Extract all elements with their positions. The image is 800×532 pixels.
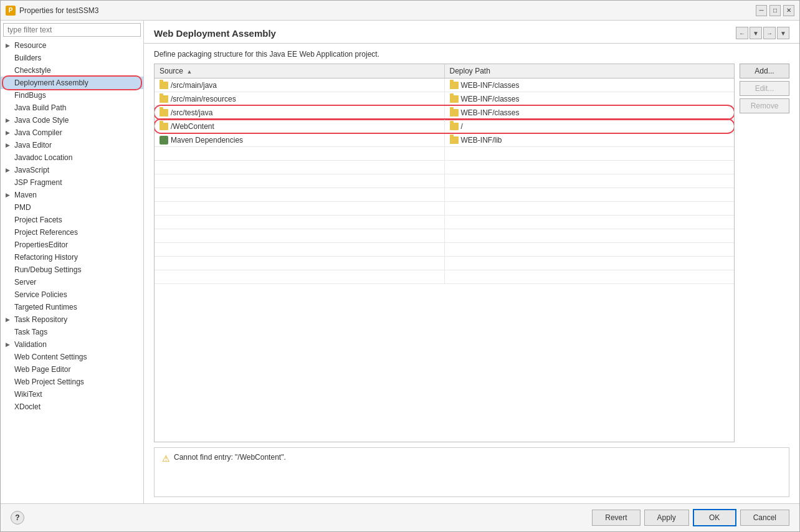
cancel-button[interactable]: Cancel (740, 510, 789, 526)
sidebar-item-java-editor[interactable]: ▶Java Editor (1, 139, 143, 151)
sidebar-item-checkstyle[interactable]: Checkstyle (1, 64, 143, 77)
sidebar-item-label: Web Page Editor (14, 365, 138, 374)
deploy-path-column-header: Deploy Path (445, 64, 735, 78)
sidebar-item-label: FindBugs (14, 91, 138, 100)
table-row[interactable]: Maven DependenciesWEB-INF/lib (155, 133, 734, 147)
sidebar-item-java-code-style[interactable]: ▶Java Code Style (1, 114, 143, 126)
source-cell-empty (155, 188, 445, 201)
sidebar-item-label: Checkstyle (14, 66, 138, 75)
description-text: Define packaging structure for this Java… (154, 50, 789, 59)
remove-button[interactable]: Remove (740, 98, 789, 113)
add-button[interactable]: Add... (740, 64, 789, 78)
sidebar-item-project-references[interactable]: Project References (1, 226, 143, 239)
sidebar-item-findbugs[interactable]: FindBugs (1, 89, 143, 102)
sidebar-item-jsp-fragment[interactable]: JSP Fragment (1, 176, 143, 189)
sidebar-item-wikitext[interactable]: WikiText (1, 388, 143, 401)
sidebar-item-java-build-path[interactable]: Java Build Path (1, 102, 143, 114)
deploy-cell-empty (445, 229, 735, 242)
sidebar-item-builders[interactable]: Builders (1, 52, 143, 64)
sidebar-item-web-project-settings[interactable]: Web Project Settings (1, 376, 143, 388)
source-cell: Maven Dependencies (155, 133, 445, 146)
sidebar-item-run-debug-settings[interactable]: Run/Debug Settings (1, 264, 143, 276)
edit-button[interactable]: Edit... (740, 81, 789, 96)
sidebar-item-task-repository[interactable]: ▶Task Repository (1, 313, 143, 326)
sidebar-item-refactoring-history[interactable]: Refactoring History (1, 251, 143, 264)
right-panel: Web Deployment Assembly ← ▼ → ▼ Define p… (144, 21, 799, 503)
table-header: Source ▲ Deploy Path (155, 64, 734, 78)
sidebar-item-label: Javadoc Location (14, 153, 138, 162)
sidebar-item-deployment-assembly[interactable]: Deployment Assembly (1, 77, 143, 89)
sidebar-item-xdoclet[interactable]: XDoclet (1, 401, 143, 413)
folder-icon (450, 95, 459, 103)
sidebar-item-resource[interactable]: ▶Resource (1, 39, 143, 52)
sidebar-item-label: Java Compiler (14, 128, 138, 137)
table-row-empty (155, 243, 734, 257)
sidebar-item-targeted-runtimes[interactable]: Targeted Runtimes (1, 301, 143, 313)
source-cell-empty (155, 243, 445, 256)
sidebar-item-validation[interactable]: ▶Validation (1, 338, 143, 351)
main-content: ▶ResourceBuildersCheckstyleDeployment As… (1, 21, 799, 503)
sidebar-item-task-tags[interactable]: Task Tags (1, 326, 143, 338)
sidebar-item-server[interactable]: Server (1, 276, 143, 288)
sidebar-item-properties-editor[interactable]: PropertiesEditor (1, 239, 143, 251)
table-row-empty (155, 216, 734, 229)
table-row-empty (155, 257, 734, 270)
revert-button[interactable]: Revert (592, 510, 640, 526)
panel-title: Web Deployment Assembly (154, 28, 276, 39)
sidebar-item-maven[interactable]: ▶Maven (1, 189, 143, 201)
table-row[interactable]: /src/test/javaWEB-INF/classes (155, 106, 734, 120)
warning-text: Cannot find entry: "/WebContent". (174, 453, 286, 462)
source-cell-empty (155, 161, 445, 174)
titlebar-left: P Properties for testSSM3 (6, 6, 98, 16)
sidebar-item-java-compiler[interactable]: ▶Java Compiler (1, 126, 143, 139)
deploy-path-cell: WEB-INF/classes (445, 106, 735, 119)
expand-arrow-icon: ▶ (6, 192, 12, 198)
back-arrow-button[interactable]: ← (736, 27, 748, 39)
sidebar-item-label: Maven (14, 191, 138, 199)
expand-arrow-icon: ▶ (6, 167, 12, 173)
sidebar-item-javadoc-location[interactable]: Javadoc Location (1, 151, 143, 164)
maximize-button[interactable]: □ (769, 5, 781, 16)
sidebar-item-label: Service Policies (14, 290, 138, 299)
table-row[interactable]: /src/main/javaWEB-INF/classes (155, 78, 734, 92)
titlebar: P Properties for testSSM3 ─ □ ✕ (1, 1, 799, 21)
forward-arrow-button[interactable]: → (763, 27, 776, 39)
table-row-empty (155, 202, 734, 216)
source-value: /src/main/resources (171, 95, 236, 103)
ok-button[interactable]: OK (693, 509, 736, 526)
table-row[interactable]: /WebContent/ (155, 120, 734, 133)
sidebar-item-label: WikiText (14, 390, 138, 399)
expand-arrow-icon: ▶ (6, 42, 12, 49)
minimize-button[interactable]: ─ (756, 5, 767, 16)
sidebar-item-web-page-editor[interactable]: Web Page Editor (1, 363, 143, 376)
sidebar-item-label: Java Editor (14, 141, 138, 150)
nav-arrows: ← ▼ → ▼ (736, 27, 789, 39)
sidebar-item-pmd[interactable]: PMD (1, 201, 143, 214)
table-row[interactable]: /src/main/resourcesWEB-INF/classes (155, 92, 734, 106)
sidebar-item-web-content-settings[interactable]: Web Content Settings (1, 351, 143, 363)
sidebar-item-project-facets[interactable]: Project Facets (1, 214, 143, 226)
forward-dropdown-button[interactable]: ▼ (777, 27, 789, 39)
right-header: Web Deployment Assembly ← ▼ → ▼ (144, 21, 799, 44)
sidebar-item-javascript[interactable]: ▶JavaScript (1, 164, 143, 176)
expand-arrow-icon: ▶ (6, 142, 12, 148)
deploy-path-cell: WEB-INF/classes (445, 78, 735, 92)
sidebar-item-label: JSP Fragment (14, 178, 138, 187)
source-value: Maven Dependencies (171, 136, 243, 145)
source-cell-empty (155, 229, 445, 242)
assembly-table-area: Source ▲ Deploy Path /src/main/javaWEB-I… (154, 64, 789, 442)
apply-button[interactable]: Apply (644, 510, 689, 526)
sidebar-item-label: Web Project Settings (14, 378, 138, 386)
table-buttons: Add... Edit... Remove (740, 64, 789, 442)
expand-arrow-icon: ▶ (6, 316, 12, 323)
back-dropdown-button[interactable]: ▼ (750, 27, 762, 39)
help-button[interactable]: ? (11, 511, 24, 525)
table-row-empty (155, 161, 734, 174)
filter-input[interactable] (3, 23, 141, 37)
close-button[interactable]: ✕ (783, 5, 794, 16)
window-title: Properties for testSSM3 (19, 6, 98, 15)
sidebar-item-service-policies[interactable]: Service Policies (1, 288, 143, 301)
maven-icon (160, 136, 168, 145)
deploy-cell-empty (445, 161, 735, 174)
source-value: /src/main/java (171, 81, 217, 90)
